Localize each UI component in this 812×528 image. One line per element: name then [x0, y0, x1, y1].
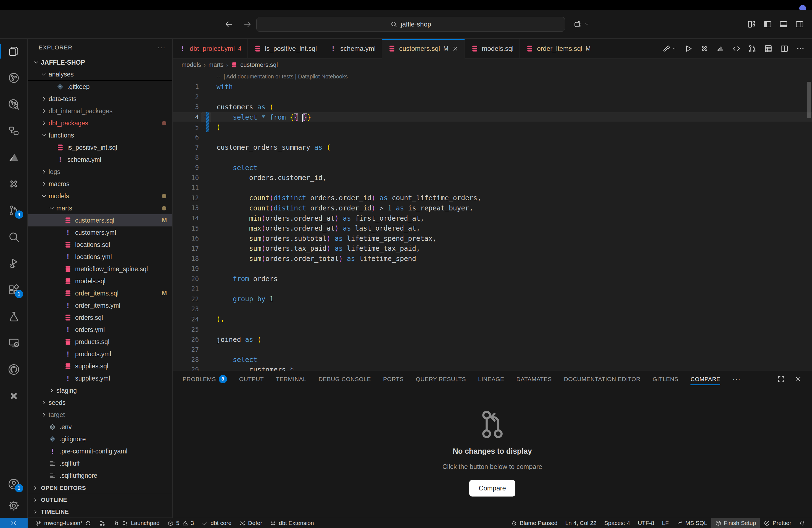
activity-bar-item-datafold[interactable] [8, 151, 20, 163]
tree-item-models[interactable]: models [28, 190, 172, 202]
panel-tab-terminal[interactable]: TERMINAL [276, 371, 306, 387]
breadcrumb-file[interactable]: customers.sql [240, 61, 278, 69]
activity-bar-item-testing[interactable] [8, 310, 20, 323]
tree-item-jaffle-shop[interactable]: JAFFLE-SHOP [28, 56, 172, 69]
tree-item-products-sql[interactable]: products.sql [28, 336, 172, 348]
status-prettier[interactable]: Prettier [760, 518, 795, 528]
tree-item--gitignore[interactable]: .gitignore [28, 433, 172, 445]
tree-item-marts[interactable]: marts [28, 202, 172, 214]
activity-bar-item-flowchart[interactable] [8, 125, 20, 137]
code-line-16[interactable]: 16 sum(orders.subtotal) as lifetime_spen… [173, 233, 812, 244]
tree-item-customers-yml[interactable]: !customers.yml [28, 226, 172, 239]
tree-item--sqlfluff[interactable]: .sqlfluff [28, 457, 172, 469]
split-editor-split-icon[interactable] [780, 44, 789, 53]
run-query-play-icon[interactable] [684, 44, 693, 53]
sidebar-section-outline[interactable]: OUTLINE [28, 494, 172, 506]
customize-layout-icon[interactable] [747, 19, 756, 29]
query-results-table-icon[interactable] [764, 44, 773, 53]
activity-bar-item-dbt-lineage-search[interactable] [8, 98, 20, 111]
panel-tab-datamates[interactable]: DATAMATES [517, 371, 552, 387]
status-defer[interactable]: Defer [235, 518, 266, 528]
status-blame-status[interactable]: Blame Paused [507, 518, 562, 528]
code-line-21[interactable]: 21 [173, 284, 812, 294]
tree-item-functions[interactable]: functions [28, 129, 172, 142]
toggle-primary-sidebar-icon[interactable] [763, 19, 772, 29]
code-line-24[interactable]: 24), [173, 314, 812, 324]
tree-item-metricflow-time-spine-sql[interactable]: metricflow_time_spine.sql [28, 263, 172, 275]
tree-item-locations-yml[interactable]: !locations.yml [28, 251, 172, 263]
tab-models-sql[interactable]: models.sql [465, 39, 520, 58]
tree-item-order-items-sql[interactable]: order_items.sqlM [28, 287, 172, 299]
panel-tab-problems[interactable]: PROBLEMS8 [183, 371, 227, 387]
tree-item-is-positive-int-sql[interactable]: is_positive_int.sql [28, 142, 172, 153]
open-changes-code-tag-icon[interactable] [732, 44, 741, 53]
panel-tab-gitlens[interactable]: GITLENS [653, 371, 678, 387]
tree-item--sqlfluffignore[interactable]: .sqlfluffignore [28, 469, 172, 482]
code-line-11[interactable]: 11 [173, 183, 812, 193]
code-line-22[interactable]: 22 group by 1 [173, 294, 812, 304]
code-editor[interactable]: 1with23customers as (4+ select * from {{… [173, 82, 812, 371]
code-line-10[interactable]: 10 orders.customer_id, [173, 173, 812, 183]
code-line-13[interactable]: 13 count(distinct orders.order_id) > 1 a… [173, 203, 812, 213]
pull-request-pr-icon[interactable] [748, 44, 757, 53]
panel-tab-query-results[interactable]: QUERY RESULTS [416, 371, 466, 387]
panel-tab-ports[interactable]: PORTS [383, 371, 404, 387]
back-arrow-icon[interactable] [224, 20, 233, 29]
code-line-1[interactable]: 1with [173, 82, 812, 92]
status-launchpad[interactable]: Launchpad [110, 518, 163, 528]
code-line-2[interactable]: 2 [173, 92, 812, 102]
status-indentation[interactable]: Spaces: 4 [600, 518, 634, 528]
panel-tab-compare[interactable]: COMPARE [691, 371, 720, 387]
tree-item-orders-sql[interactable]: orders.sql [28, 311, 172, 324]
code-line-9[interactable]: 9 select [173, 163, 812, 173]
tree-item-locations-sql[interactable]: locations.sql [28, 239, 172, 251]
activity-bar-item-dbt-lineage[interactable] [8, 72, 20, 84]
tree-item-target[interactable]: target [28, 409, 172, 421]
status-finish-setup[interactable]: Finish Setup [711, 518, 760, 528]
tree-item-supplies-yml[interactable]: !supplies.yml [28, 372, 172, 384]
copilot-menu[interactable] [574, 20, 590, 29]
sidebar-section-open-editors[interactable]: OPEN EDITORS [28, 482, 172, 494]
code-line-8[interactable]: 8 [173, 152, 812, 163]
code-line-6[interactable]: 6 [173, 132, 812, 143]
toggle-secondary-sidebar-icon[interactable] [795, 19, 804, 29]
code-line-15[interactable]: 15 max(orders.ordered_at) as last_ordere… [173, 223, 812, 233]
tree-item-customers-sql[interactable]: customers.sqlM [28, 214, 172, 226]
panel-tab-debug-console[interactable]: DEBUG CONSOLE [318, 371, 371, 387]
tree-item-dbt-internal-packages[interactable]: dbt_internal_packages [28, 105, 172, 117]
explorer-more-actions[interactable]: ··· [157, 44, 166, 52]
activity-bar-item-run-and-debug[interactable] [8, 258, 20, 269]
tree-item-orders-yml[interactable]: !orders.yml [28, 324, 172, 336]
command-center-search[interactable]: jaffle-shop [256, 17, 565, 32]
code-line-29[interactable]: 29 customers.*, [173, 365, 812, 371]
codelens[interactable]: ··· | Add documentation or tests | Datap… [173, 71, 812, 82]
compare-button[interactable]: Compare [469, 480, 516, 497]
panel-tab-lineage[interactable]: LINEAGE [478, 371, 504, 387]
status-dbt-core[interactable]: dbt core [198, 518, 235, 528]
tree-item-logs[interactable]: logs [28, 166, 172, 178]
tree-item-products-yml[interactable]: !products.yml [28, 348, 172, 360]
code-line-5[interactable]: 5) [173, 122, 812, 132]
code-line-4[interactable]: 4+ select * from {{ }} [173, 112, 812, 122]
tree-item-models-sql[interactable]: models.sql [28, 275, 172, 287]
status-git-branch[interactable]: mwong-fusion* [31, 518, 95, 528]
add-documentation-button[interactable]: + [201, 112, 211, 122]
tree-item-seeds[interactable]: seeds [28, 397, 172, 409]
tab-is-positive-int-sql[interactable]: is_positive_int.sql [248, 39, 323, 58]
status-dbt-extension-status[interactable]: dbt Extension [266, 518, 318, 528]
datafold-action-datafold-icon[interactable] [716, 44, 725, 53]
breadcrumb-item[interactable]: marts [208, 61, 224, 69]
tree-item--pre-commit-config-yaml[interactable]: !.pre-commit-config.yaml [28, 445, 172, 457]
dbt-build[interactable] [662, 44, 677, 53]
tree-item-order-items-yml[interactable]: !order_items.yml [28, 299, 172, 311]
tree-item-supplies-sql[interactable]: supplies.sql [28, 360, 172, 372]
status-cursor-position[interactable]: Ln 4, Col 22 [562, 518, 600, 528]
dbt-power-user-action-dbt-x-icon[interactable] [700, 44, 709, 53]
code-line-23[interactable]: 23 [173, 304, 812, 314]
activity-bar-item-source-control-graph[interactable]: 4 [8, 204, 20, 217]
code-line-12[interactable]: 12 count(distinct orders.order_id) as co… [173, 193, 812, 203]
toggle-panel-icon[interactable] [779, 19, 788, 29]
tree-item-dbt-packages[interactable]: dbt_packages [28, 117, 172, 129]
tab-order-items-sql[interactable]: order_items.sqlM [520, 39, 597, 58]
more-actions-ellipsis-icon[interactable] [796, 44, 805, 53]
